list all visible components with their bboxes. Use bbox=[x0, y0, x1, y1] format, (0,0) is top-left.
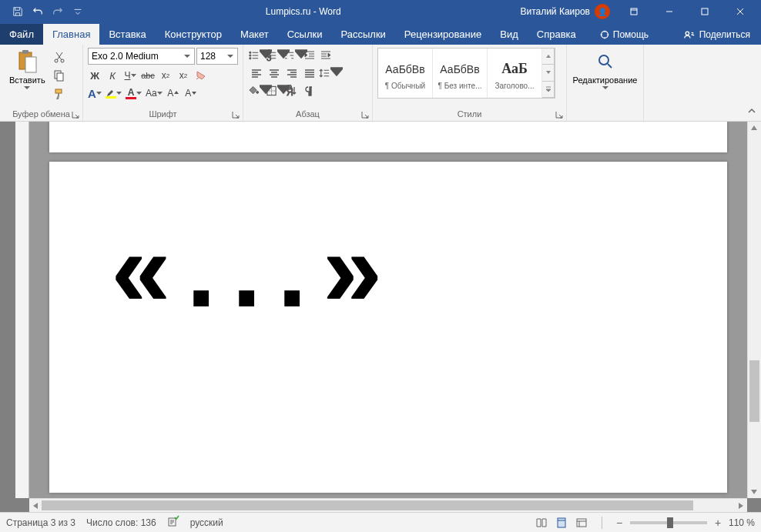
styles-launcher[interactable] bbox=[555, 110, 565, 119]
spellcheck-icon[interactable] bbox=[167, 515, 179, 530]
tab-references[interactable]: Ссылки bbox=[278, 24, 332, 45]
document-canvas[interactable]: «...» bbox=[29, 122, 747, 498]
clear-format-icon[interactable] bbox=[194, 68, 208, 83]
scroll-up-icon[interactable] bbox=[748, 122, 760, 134]
redo-icon[interactable] bbox=[49, 3, 66, 20]
tab-help[interactable]: Справка bbox=[528, 24, 585, 45]
read-mode-icon[interactable] bbox=[532, 515, 551, 530]
svg-rect-5 bbox=[22, 50, 28, 54]
svg-point-14 bbox=[250, 58, 251, 59]
clipboard-launcher[interactable] bbox=[72, 110, 81, 119]
tab-layout[interactable]: Макет bbox=[231, 24, 278, 45]
borders-button[interactable] bbox=[266, 83, 283, 99]
collapse-ribbon-icon[interactable] bbox=[747, 106, 756, 118]
status-language[interactable]: русский bbox=[190, 517, 223, 528]
highlight-button[interactable] bbox=[106, 85, 122, 101]
paragraph-launcher[interactable] bbox=[361, 110, 370, 119]
page-current[interactable]: «...» bbox=[49, 162, 727, 493]
style-normal[interactable]: АаБбВв¶ Обычный bbox=[378, 49, 433, 98]
increase-indent-button[interactable] bbox=[319, 48, 336, 63]
format-painter-icon[interactable] bbox=[52, 86, 67, 102]
align-left-button[interactable] bbox=[248, 65, 265, 81]
tab-review[interactable]: Рецензирование bbox=[395, 24, 491, 45]
strike-button[interactable]: abc bbox=[141, 68, 155, 83]
cut-icon[interactable] bbox=[52, 49, 67, 65]
scroll-thumb-h[interactable] bbox=[42, 500, 693, 510]
tab-home[interactable]: Главная bbox=[43, 24, 99, 45]
tab-file[interactable]: Файл bbox=[0, 24, 43, 45]
window-title: Lumpics.ru - Word bbox=[92, 6, 514, 17]
status-page[interactable]: Страница 3 из 3 bbox=[6, 517, 75, 528]
underline-button[interactable]: Ч bbox=[123, 68, 137, 83]
decrease-indent-button[interactable] bbox=[301, 48, 318, 63]
scroll-thumb-v[interactable] bbox=[749, 360, 759, 422]
zoom-slider[interactable] bbox=[630, 521, 707, 524]
tell-me[interactable]: Помощь bbox=[592, 25, 656, 45]
font-size-combo[interactable]: 128 bbox=[196, 48, 238, 65]
print-layout-icon[interactable] bbox=[552, 515, 571, 530]
paste-button[interactable]: Вставить bbox=[5, 48, 50, 92]
shading-button[interactable] bbox=[248, 83, 265, 99]
scroll-right-icon[interactable] bbox=[735, 500, 747, 512]
close-button[interactable] bbox=[722, 0, 758, 23]
sort-button[interactable]: АЯ bbox=[283, 83, 300, 99]
italic-button[interactable]: К bbox=[106, 68, 119, 83]
undo-icon[interactable] bbox=[29, 3, 46, 20]
subscript-button[interactable]: x2 bbox=[159, 68, 173, 83]
scroll-down-icon[interactable] bbox=[748, 486, 760, 498]
font-launcher[interactable] bbox=[232, 110, 241, 119]
user-name: Виталий Каиров bbox=[520, 6, 590, 17]
tab-view[interactable]: Вид bbox=[491, 24, 528, 45]
style-no-spacing[interactable]: АаБбВв¶ Без инте... bbox=[433, 49, 488, 98]
save-icon[interactable] bbox=[9, 3, 26, 20]
tab-mailings[interactable]: Рассылки bbox=[331, 24, 394, 45]
styles-scroll-up[interactable] bbox=[542, 48, 555, 65]
bullets-button[interactable] bbox=[248, 48, 265, 63]
copy-icon[interactable] bbox=[52, 68, 67, 83]
font-name-combo[interactable]: Exo 2.0 Medium bbox=[88, 48, 195, 65]
ribbon-display-icon[interactable] bbox=[616, 0, 652, 23]
justify-button[interactable] bbox=[301, 65, 318, 81]
vertical-scrollbar[interactable] bbox=[747, 122, 761, 498]
multilevel-button[interactable] bbox=[283, 48, 300, 63]
vertical-ruler bbox=[15, 122, 29, 498]
grow-font-button[interactable]: A bbox=[166, 85, 180, 101]
text-effects-button[interactable]: A bbox=[88, 85, 102, 101]
maximize-button[interactable] bbox=[687, 0, 722, 23]
zoom-out-button[interactable]: − bbox=[613, 517, 625, 529]
minimize-button[interactable] bbox=[652, 0, 687, 23]
align-right-button[interactable] bbox=[283, 65, 300, 81]
numbering-button[interactable]: 123 bbox=[266, 48, 283, 63]
tab-design[interactable]: Конструктор bbox=[156, 24, 231, 45]
svg-rect-11 bbox=[55, 89, 62, 93]
svg-point-7 bbox=[55, 59, 58, 62]
zoom-thumb[interactable] bbox=[667, 517, 673, 528]
font-color-button[interactable]: A bbox=[126, 85, 142, 101]
styles-scroll-down[interactable] bbox=[542, 64, 555, 81]
zoom-in-button[interactable]: + bbox=[712, 517, 724, 529]
style-heading1[interactable]: АаБЗаголово... bbox=[488, 49, 542, 98]
show-marks-button[interactable] bbox=[301, 83, 318, 99]
web-layout-icon[interactable] bbox=[572, 515, 591, 530]
bold-button[interactable]: Ж bbox=[88, 68, 102, 83]
editing-button[interactable]: Редактирование bbox=[568, 48, 642, 92]
horizontal-scrollbar[interactable] bbox=[29, 498, 747, 512]
group-font-label: Шрифт bbox=[88, 109, 238, 119]
qat-customize-icon[interactable] bbox=[69, 3, 86, 20]
styles-expand[interactable] bbox=[542, 81, 555, 98]
scroll-left-icon[interactable] bbox=[29, 500, 42, 512]
shrink-font-button[interactable]: A bbox=[184, 85, 198, 101]
svg-rect-10 bbox=[57, 73, 63, 81]
change-case-button[interactable]: Aa bbox=[146, 85, 163, 101]
status-words[interactable]: Число слов: 136 bbox=[86, 517, 156, 528]
share-button[interactable]: Поделиться bbox=[673, 25, 761, 45]
line-spacing-button[interactable] bbox=[319, 65, 336, 81]
svg-point-22 bbox=[599, 55, 608, 65]
superscript-button[interactable]: x2 bbox=[176, 68, 190, 83]
svg-point-8 bbox=[61, 59, 64, 62]
avatar[interactable]: 👤 bbox=[595, 4, 610, 19]
align-center-button[interactable] bbox=[266, 65, 283, 81]
document-text[interactable]: «...» bbox=[111, 216, 665, 323]
tab-insert[interactable]: Вставка bbox=[99, 24, 155, 45]
zoom-value[interactable]: 110 % bbox=[729, 517, 755, 528]
